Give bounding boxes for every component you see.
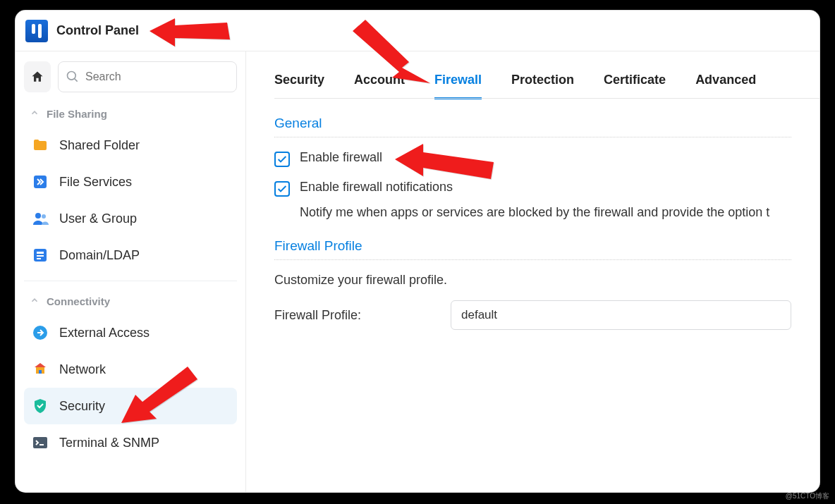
enable-notifications-checkbox[interactable] xyxy=(274,181,290,197)
sidebar-item-file-services[interactable]: File Services xyxy=(24,164,237,200)
sidebar-item-shared-folder[interactable]: Shared Folder xyxy=(24,127,237,164)
svg-point-4 xyxy=(42,214,46,219)
domain-icon xyxy=(31,246,49,264)
section-general-title: General xyxy=(274,116,791,131)
tab-security[interactable]: Security xyxy=(274,73,324,99)
nav-label: Domain/LDAP xyxy=(59,248,140,263)
profile-field-label: Firewall Profile: xyxy=(274,308,437,323)
group-file-sharing[interactable]: File Sharing xyxy=(24,101,237,127)
content-area: Security Account Firewall Protection Cer… xyxy=(246,51,819,492)
profile-description: Customize your firewall profile. xyxy=(274,273,791,288)
terminal-icon xyxy=(31,434,49,452)
svg-rect-12 xyxy=(33,437,47,448)
file-services-icon xyxy=(31,173,49,191)
divider xyxy=(274,137,791,137)
profile-select[interactable]: default xyxy=(451,300,791,330)
home-button[interactable] xyxy=(24,61,51,92)
sidebar-item-external-access[interactable]: External Access xyxy=(24,314,237,351)
group-label: Connectivity xyxy=(47,295,110,307)
nav-label: Security xyxy=(59,399,105,414)
control-panel-icon xyxy=(25,20,48,42)
shield-icon xyxy=(31,397,49,415)
network-icon xyxy=(31,360,49,379)
sidebar: File Sharing Shared Folder File Services… xyxy=(16,51,246,492)
nav-label: External Access xyxy=(59,326,150,340)
section-profile-title: Firewall Profile xyxy=(274,238,791,254)
group-connectivity[interactable]: Connectivity xyxy=(24,288,237,314)
sidebar-item-terminal-snmp[interactable]: Terminal & SNMP xyxy=(24,424,237,461)
tab-advanced[interactable]: Advanced xyxy=(695,73,756,99)
nav-label: Network xyxy=(59,362,106,377)
svg-point-0 xyxy=(68,72,76,80)
sidebar-item-user-group[interactable]: User & Group xyxy=(24,200,237,237)
divider xyxy=(274,259,791,260)
group-label: File Sharing xyxy=(47,108,107,120)
svg-rect-8 xyxy=(37,258,41,259)
tab-certificate[interactable]: Certificate xyxy=(604,73,666,99)
search-icon xyxy=(66,70,80,87)
sidebar-item-domain-ldap[interactable]: Domain/LDAP xyxy=(24,237,237,273)
divider xyxy=(24,281,237,281)
svg-line-1 xyxy=(75,79,78,82)
chevron-up-icon xyxy=(30,295,39,307)
svg-point-3 xyxy=(35,213,41,219)
sidebar-item-network[interactable]: Network xyxy=(24,351,237,388)
window-title: Control Panel xyxy=(56,23,139,38)
tab-protection[interactable]: Protection xyxy=(511,73,574,99)
control-panel-window: Control Panel File Sharing xyxy=(16,11,819,492)
folder-icon xyxy=(31,136,49,154)
external-access-icon xyxy=(31,324,49,342)
tabs: Security Account Firewall Protection Cer… xyxy=(246,51,819,99)
nav-label: User & Group xyxy=(59,211,137,226)
svg-rect-7 xyxy=(37,255,44,257)
svg-rect-11 xyxy=(39,370,42,374)
profile-select-value: default xyxy=(461,308,497,322)
tab-firewall[interactable]: Firewall xyxy=(434,73,482,99)
nav-label: File Services xyxy=(59,175,132,190)
svg-rect-6 xyxy=(37,252,44,254)
home-icon xyxy=(30,70,44,84)
chevron-up-icon xyxy=(30,108,39,120)
sidebar-item-security[interactable]: Security xyxy=(24,388,237,424)
enable-notifications-label: Enable firewall notifications xyxy=(300,180,453,195)
watermark: @51CTO博客 xyxy=(786,491,829,501)
nav-label: Terminal & SNMP xyxy=(59,436,159,450)
titlebar: Control Panel xyxy=(16,11,819,51)
search-input[interactable] xyxy=(58,61,237,92)
enable-firewall-label: Enable firewall xyxy=(300,150,382,165)
notifications-description: Notify me when apps or services are bloc… xyxy=(300,205,791,220)
tab-account[interactable]: Account xyxy=(354,73,405,99)
enable-firewall-checkbox[interactable] xyxy=(274,152,290,167)
user-group-icon xyxy=(31,209,49,228)
nav-label: Shared Folder xyxy=(59,138,140,153)
